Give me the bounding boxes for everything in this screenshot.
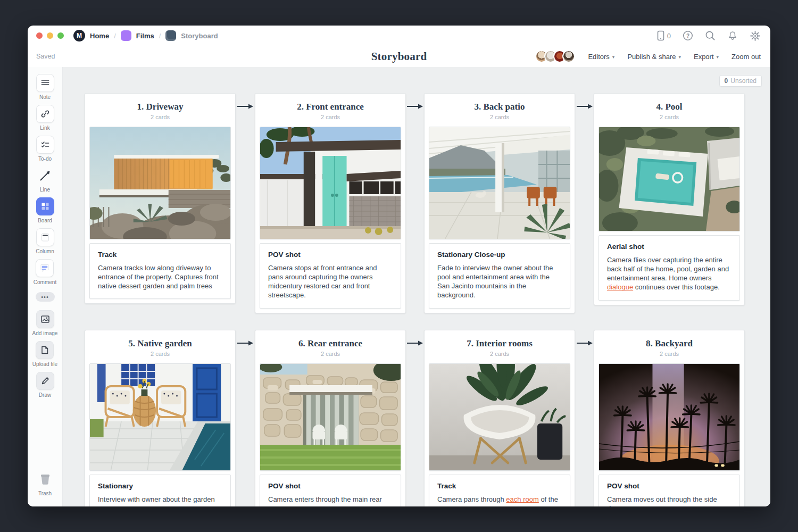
zoom-button[interactable] <box>57 32 64 39</box>
desc-text: Interview with owner about the garden <box>98 495 215 503</box>
card-title[interactable]: 4. Pool <box>598 102 740 112</box>
zoom-out-button[interactable]: Zoom out <box>732 53 761 61</box>
tool-add-image[interactable]: Add image <box>32 310 58 336</box>
minimize-button[interactable] <box>47 32 53 39</box>
shot-note[interactable]: Stationary Interview with owner about th… <box>89 475 231 506</box>
traffic-lights <box>36 32 64 39</box>
flow-arrow[interactable] <box>407 339 423 347</box>
tool-upload-file[interactable]: Upload file <box>32 341 57 367</box>
board-card-driveway[interactable]: 1. Driveway 2 cards <box>85 93 236 304</box>
tool-label: Column <box>36 248 54 254</box>
shot-note[interactable]: Aerial shot Camera flies over capturing … <box>598 235 740 301</box>
pool-aerial-photo[interactable] <box>598 127 740 231</box>
card-title[interactable]: 6. Rear entrance <box>260 338 401 349</box>
controlbar: Saved Storyboard Editors▾ Publish & shar… <box>28 46 770 67</box>
desc-link[interactable]: each room <box>506 495 538 503</box>
desc-text: Camera tracks low along driveway to entr… <box>98 264 219 290</box>
chevron-down-icon: ▾ <box>717 54 719 60</box>
board-canvas: 0 Unsorted 1. Driveway 2 cards <box>63 67 770 506</box>
films-board-icon[interactable] <box>121 30 131 41</box>
editors-menu[interactable]: Editors▾ <box>588 53 614 61</box>
board-card-back-patio[interactable]: 3. Back patio 2 cards <box>424 93 575 313</box>
app-logo[interactable]: M <box>73 30 85 41</box>
rear-entrance-photo[interactable] <box>260 363 401 471</box>
todo-icon <box>40 140 50 149</box>
chevron-down-icon: ▾ <box>678 54 681 60</box>
tool-todo[interactable]: To-do <box>36 136 54 162</box>
flow-arrow[interactable] <box>577 103 593 110</box>
driveway-photo[interactable] <box>89 127 231 239</box>
flow-arrow[interactable] <box>237 339 253 347</box>
board-icon <box>40 202 50 211</box>
help-icon[interactable]: ? <box>683 30 693 41</box>
editor-avatars[interactable] <box>535 50 575 63</box>
native-garden-photo[interactable] <box>89 363 231 471</box>
card-count: 2 cards <box>429 114 570 120</box>
interior-rooms-photo[interactable] <box>429 363 570 471</box>
tool-trash[interactable]: Trash <box>36 470 54 496</box>
card-title[interactable]: 7. Interior rooms <box>429 338 570 349</box>
desc-link[interactable]: dialogue <box>607 283 633 291</box>
shot-type: POV shot <box>268 251 393 259</box>
breadcrumb-home[interactable]: Home <box>90 32 109 40</box>
card-title[interactable]: 1. Driveway <box>89 102 231 112</box>
tool-note[interactable]: Note <box>36 74 54 100</box>
more-tools-button[interactable]: ••• <box>36 292 55 302</box>
storyboard-board-icon[interactable] <box>165 30 176 41</box>
board-card-native-garden[interactable]: 5. Native garden 2 cards <box>85 330 236 506</box>
shot-type: Stationary <box>98 482 222 490</box>
tool-draw[interactable]: Draw <box>36 372 54 398</box>
app-window: M Home / Films / Storyboard 0 ? <box>28 26 770 506</box>
tool-label: Line <box>40 187 50 193</box>
desc-text: Camera pans through <box>437 495 506 503</box>
svg-text:?: ? <box>686 33 689 39</box>
breadcrumb-films[interactable]: Films <box>136 32 154 40</box>
tool-column[interactable]: Column <box>36 228 54 254</box>
publish-share-menu[interactable]: Publish & share▾ <box>627 53 681 61</box>
tool-board-selected[interactable]: Board <box>36 197 54 223</box>
card-title[interactable]: 2. Front entrance <box>260 102 401 112</box>
export-menu[interactable]: Export▾ <box>694 53 719 61</box>
flow-arrow[interactable] <box>407 103 423 110</box>
chevron-down-icon: ▾ <box>612 54 615 60</box>
titlebar: M Home / Films / Storyboard 0 ? <box>28 26 770 46</box>
avatar[interactable] <box>562 50 575 63</box>
notifications-icon[interactable] <box>727 30 738 41</box>
shot-note[interactable]: Track Camera pans through each room of t… <box>429 475 570 506</box>
shot-note[interactable]: POV shot Camera moves out through the si… <box>598 475 740 506</box>
board-card-front-entrance[interactable]: 2. Front entrance 2 cards <box>255 93 406 313</box>
shot-type: Aerial shot <box>607 243 732 251</box>
board-card-interior-rooms[interactable]: 7. Interior rooms 2 cards <box>424 330 575 506</box>
settings-icon[interactable] <box>750 30 761 41</box>
shot-description: Camera stops at front entrance and pans … <box>268 263 393 300</box>
board-card-backyard[interactable]: 8. Backyard 2 cards <box>594 330 745 506</box>
shot-note[interactable]: Stationary Close-up Fade to interview th… <box>429 243 570 309</box>
shot-type: Stationary Close-up <box>437 251 562 259</box>
card-title[interactable]: 5. Native garden <box>89 338 231 349</box>
tool-link[interactable]: Link <box>36 105 54 131</box>
tool-comment[interactable]: Comment <box>34 259 56 285</box>
backyard-sunset-photo[interactable] <box>598 363 740 471</box>
back-patio-photo[interactable] <box>429 127 570 239</box>
card-title[interactable]: 8. Backyard <box>598 338 740 349</box>
breadcrumb: M Home / Films / Storyboard <box>73 30 218 41</box>
flow-arrow[interactable] <box>237 103 253 110</box>
shot-note[interactable]: POV shot Camera stops at front entrance … <box>260 243 401 309</box>
shot-note[interactable]: POV shot Camera enters through the main … <box>260 475 401 506</box>
shot-description: Camera flies over capturing the entire b… <box>607 255 732 292</box>
close-button[interactable] <box>36 32 43 39</box>
flow-arrow[interactable] <box>577 339 593 347</box>
search-icon[interactable] <box>705 30 716 41</box>
card-title[interactable]: 3. Back patio <box>429 102 570 112</box>
shot-note[interactable]: Track Camera tracks low along driveway t… <box>89 243 231 299</box>
front-entrance-photo[interactable] <box>260 127 401 239</box>
board-card-pool[interactable]: 4. Pool 2 cards <box>594 93 745 305</box>
shot-type: POV shot <box>607 482 732 490</box>
breadcrumb-separator: / <box>114 32 116 40</box>
breadcrumb-storyboard[interactable]: Storyboard <box>181 32 218 40</box>
unsorted-badge[interactable]: 0 Unsorted <box>719 75 762 87</box>
board-card-rear-entrance[interactable]: 6. Rear entrance 2 cards <box>255 330 406 506</box>
card-count: 2 cards <box>598 114 740 120</box>
tool-line[interactable]: Line <box>36 167 54 193</box>
connected-devices-button[interactable]: 0 <box>657 30 671 41</box>
